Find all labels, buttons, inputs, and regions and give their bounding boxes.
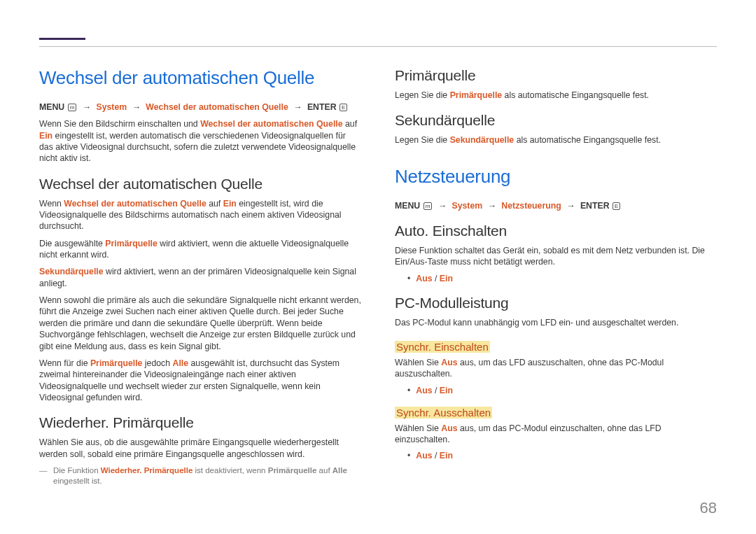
arrow-icon: →: [488, 201, 496, 211]
heading-auto-source-switch: Wechsel der automatischen Quelle: [39, 67, 361, 89]
term: Sekundärquelle: [39, 267, 104, 276]
option-ein: Ein: [440, 451, 453, 461]
heading-network-control: Netzsteuerung: [395, 166, 717, 188]
term: Wiederher. Primärquelle: [101, 466, 193, 475]
enter-icon: E: [612, 202, 620, 210]
bc-item: Wechsel der automatischen Quelle: [146, 102, 288, 112]
arrow-icon: →: [132, 102, 141, 112]
term: Primärquelle: [105, 239, 158, 248]
bc-enter: ENTER: [307, 102, 337, 112]
h3-sync-on: Synchr. Einschalten: [395, 341, 490, 353]
bc-system: System: [451, 201, 482, 211]
term: Ein: [223, 199, 237, 209]
para-secondary: Legen Sie die Sekundärquelle als automat…: [395, 134, 717, 146]
text: Legen Sie die: [395, 135, 450, 145]
term: Sekundärquelle: [450, 135, 514, 145]
list-item: Aus / Ein: [407, 274, 717, 283]
enter-icon: E: [340, 104, 347, 111]
text: Die Funktion: [53, 466, 101, 475]
option-ein: Ein: [440, 274, 453, 283]
subheading-primary-source: Primärquelle: [395, 67, 717, 84]
term: Ein: [39, 131, 52, 141]
term: Primärquelle: [90, 358, 143, 368]
arrow-icon: →: [566, 201, 575, 211]
text: Wählen Sie: [395, 358, 441, 367]
list-item: Aus / Ein: [407, 386, 717, 395]
subheading-secondary-source: Sekundärquelle: [395, 112, 717, 129]
bc-system: System: [96, 102, 127, 112]
para-6: Wählen Sie aus, ob die ausgewählte primä…: [39, 437, 361, 460]
options-auto-on: Aus / Ein: [395, 274, 717, 283]
text: Wenn Sie den Bildschirm einschalten und: [39, 119, 200, 129]
separator: /: [433, 274, 440, 283]
text: als automatische Eingangsquelle fest.: [514, 135, 661, 145]
subheading-auto-source-switch: Wechsel der automatischen Quelle: [39, 176, 361, 192]
text: Wenn für die: [39, 358, 90, 368]
text: eingestellt ist, werden automatisch die …: [39, 131, 356, 164]
term: Wechsel der automatischen Quelle: [64, 199, 206, 209]
term: Aus: [441, 423, 457, 433]
breadcrumb-left: MENU m → System → Wechsel der automatisc…: [39, 101, 361, 113]
page-number: 68: [700, 499, 717, 517]
para-4: Wenn sowohl die primäre als auch die sek…: [39, 295, 361, 352]
list-item: Aus / Ein: [407, 451, 717, 461]
note-restore-primary: Die Funktion Wiederher. Primärquelle ist…: [39, 465, 361, 487]
bc-enter: ENTER: [580, 201, 610, 211]
term: Primärquelle: [450, 90, 503, 100]
text: Die ausgewählte: [39, 239, 105, 248]
text: jedoch: [142, 358, 172, 368]
text: ist deaktiviert, wenn: [192, 466, 267, 475]
para-3: Sekundärquelle wird aktiviert, wenn an d…: [39, 266, 361, 289]
separator: /: [433, 451, 440, 461]
para-sync-off: Wählen Sie Aus aus, um das PC-Modul einz…: [395, 423, 717, 446]
option-aus: Aus: [416, 451, 432, 461]
separator: /: [433, 386, 440, 395]
right-column: Primärquelle Legen Sie die Primärquelle …: [395, 67, 717, 493]
arrow-icon: →: [438, 201, 447, 211]
text: Wählen Sie: [395, 423, 441, 433]
option-aus: Aus: [416, 274, 432, 283]
bc-menu: MENU: [39, 102, 64, 112]
para-primary: Legen Sie die Primärquelle als automatis…: [395, 90, 717, 101]
options-sync-on: Aus / Ein: [395, 386, 717, 395]
para-auto-on: Diese Funktion schaltet das Gerät ein, s…: [395, 245, 717, 268]
menu-icon: m: [424, 202, 433, 210]
bc-item: Netzsteuerung: [501, 201, 561, 211]
content-columns: Wechsel der automatischen Quelle MENU m …: [39, 67, 717, 493]
text: eingestellt ist.: [53, 477, 102, 485]
left-column: Wechsel der automatischen Quelle MENU m …: [39, 67, 361, 493]
options-sync-off: Aus / Ein: [395, 451, 717, 461]
menu-icon: m: [68, 104, 77, 111]
para-pc-module: Das PC-Modul kann unabhängig vom LFD ein…: [395, 317, 717, 328]
bc-menu: MENU: [395, 201, 420, 211]
term: Primärquelle: [268, 466, 317, 475]
text: auf: [316, 466, 332, 475]
arrow-icon: →: [83, 102, 91, 112]
subheading-pc-module: PC-Modulleistung: [395, 295, 717, 311]
text: Wenn: [39, 199, 64, 209]
text: auf: [343, 119, 358, 129]
term: Aus: [441, 358, 457, 367]
text: als automatische Eingangsquelle fest.: [502, 90, 649, 100]
header-divider: [39, 46, 717, 47]
h3-sync-off: Synchr. Ausschalten: [395, 407, 492, 419]
arrow-icon: →: [293, 102, 302, 112]
term: Alle: [332, 466, 347, 475]
option-ein: Ein: [440, 386, 453, 395]
text: auf: [206, 199, 223, 209]
term: Alle: [173, 358, 189, 368]
breadcrumb-right: MENU m → System → Netzsteuerung → ENTER …: [395, 200, 717, 211]
para-1: Wenn Wechsel der automatischen Quelle au…: [39, 198, 361, 232]
para-sync-on: Wählen Sie Aus aus, um das LFD auszuscha…: [395, 357, 717, 380]
accent-bar: [39, 38, 85, 40]
text: Legen Sie die: [395, 90, 450, 100]
subheading-auto-on: Auto. Einschalten: [395, 223, 717, 239]
para-5: Wenn für die Primärquelle jedoch Alle au…: [39, 358, 361, 403]
term: Wechsel der automatischen Quelle: [200, 119, 342, 129]
intro-paragraph: Wenn Sie den Bildschirm einschalten und …: [39, 118, 361, 164]
option-aus: Aus: [416, 386, 432, 395]
para-2: Die ausgewählte Primärquelle wird aktivi…: [39, 238, 361, 261]
subheading-restore-primary: Wiederher. Primärquelle: [39, 414, 361, 431]
